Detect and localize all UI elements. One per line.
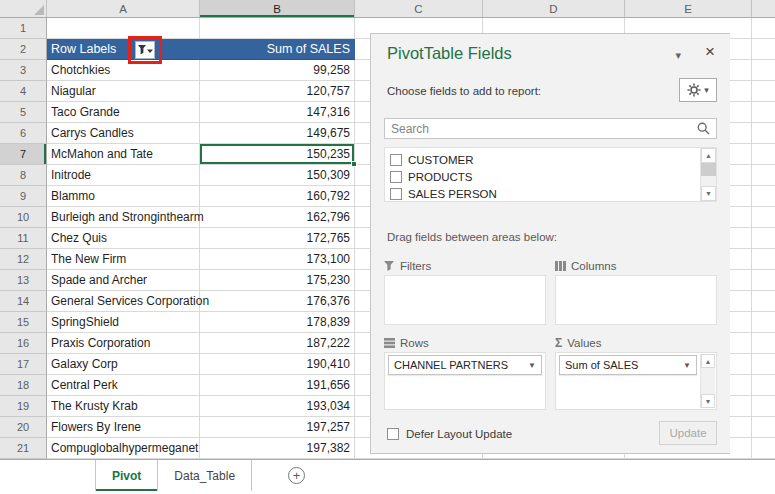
cell-F21[interactable]: [752, 438, 775, 459]
cell-A13[interactable]: Spade and Archer: [47, 270, 200, 291]
cell-F19[interactable]: [752, 396, 775, 417]
cell-A8[interactable]: Initrode: [47, 165, 200, 186]
row-header-17[interactable]: 17: [0, 354, 47, 375]
cell-B21[interactable]: 197,382: [200, 438, 355, 459]
rows-dropzone[interactable]: CHANNEL PARTNERS ▼: [384, 352, 546, 410]
cell-A12[interactable]: The New Firm: [47, 249, 200, 270]
values-scrollbar[interactable]: ▲ ▼: [700, 354, 715, 408]
cell-B4[interactable]: 120,757: [200, 81, 355, 102]
cell-B1[interactable]: [200, 18, 355, 39]
values-dropzone[interactable]: Sum of SALES ▼ ▲ ▼: [555, 352, 717, 410]
row-header-21[interactable]: 21: [0, 438, 47, 459]
cell-F10[interactable]: [752, 207, 775, 228]
fill-handle[interactable]: [351, 161, 357, 167]
search-input[interactable]: [385, 122, 697, 136]
col-header-E[interactable]: E: [625, 0, 752, 17]
cell-B19[interactable]: 193,034: [200, 396, 355, 417]
cell-F7[interactable]: [752, 144, 775, 165]
field-item-sales-person[interactable]: SALES PERSON: [390, 185, 696, 202]
add-sheet-button[interactable]: +: [288, 460, 305, 491]
cell-A14[interactable]: General Services Corporation: [47, 291, 200, 312]
cell-F1[interactable]: [752, 18, 775, 39]
cell-B2[interactable]: Sum of SALES: [200, 39, 355, 60]
row-header-5[interactable]: 5: [0, 102, 47, 123]
select-all-corner[interactable]: [0, 0, 47, 17]
cell-F11[interactable]: [752, 228, 775, 249]
sheet-tab-pivot[interactable]: Pivot: [96, 460, 158, 491]
row-header-15[interactable]: 15: [0, 312, 47, 333]
cell-A7[interactable]: McMahon and Tate: [47, 144, 200, 165]
row-labels-filter-button[interactable]: [135, 41, 155, 59]
cell-F4[interactable]: [752, 81, 775, 102]
cell-B7[interactable]: 150,235: [200, 144, 355, 165]
row-header-8[interactable]: 8: [0, 165, 47, 186]
cell-A9[interactable]: Blammo: [47, 186, 200, 207]
row-header-6[interactable]: 6: [0, 123, 47, 144]
cell-F14[interactable]: [752, 291, 775, 312]
cell-A2[interactable]: Row Labels: [47, 39, 200, 60]
cell-F13[interactable]: [752, 270, 775, 291]
field-item-customer[interactable]: CUSTOMER: [390, 151, 696, 168]
rows-field-pill[interactable]: CHANNEL PARTNERS ▼: [388, 355, 542, 375]
row-header-12[interactable]: 12: [0, 249, 47, 270]
checkbox-sales-person[interactable]: [390, 188, 402, 200]
row-header-10[interactable]: 10: [0, 207, 47, 228]
cell-B8[interactable]: 150,309: [200, 165, 355, 186]
row-header-20[interactable]: 20: [0, 417, 47, 438]
cell-B9[interactable]: 160,792: [200, 186, 355, 207]
cell-B3[interactable]: 99,258: [200, 60, 355, 81]
cell-F9[interactable]: [752, 186, 775, 207]
cell-B13[interactable]: 175,230: [200, 270, 355, 291]
cell-A11[interactable]: Chez Quis: [47, 228, 200, 249]
cell-A10[interactable]: Burleigh and Stronginthearm: [47, 207, 200, 228]
cell-A21[interactable]: Compuglobalhypermeganet: [47, 438, 200, 459]
scroll-down-icon[interactable]: ▼: [701, 394, 715, 408]
cell-F6[interactable]: [752, 123, 775, 144]
row-header-18[interactable]: 18: [0, 375, 47, 396]
update-button[interactable]: Update: [659, 421, 717, 445]
cell-F2[interactable]: [752, 39, 775, 60]
pane-options-chevron-icon[interactable]: ▾: [675, 49, 681, 62]
cell-B12[interactable]: 173,100: [200, 249, 355, 270]
row-header-1[interactable]: 1: [0, 18, 47, 39]
col-header-D[interactable]: D: [483, 0, 625, 17]
cell-A4[interactable]: Niagular: [47, 81, 200, 102]
sheet-tab-data-table[interactable]: Data_Table: [158, 460, 252, 491]
cell-A3[interactable]: Chotchkies: [47, 60, 200, 81]
cell-B6[interactable]: 149,675: [200, 123, 355, 144]
columns-dropzone[interactable]: [555, 275, 717, 325]
scrollbar-thumb[interactable]: [701, 163, 716, 176]
cell-F15[interactable]: [752, 312, 775, 333]
cell-F18[interactable]: [752, 375, 775, 396]
cell-A19[interactable]: The Krusty Krab: [47, 396, 200, 417]
scroll-up-icon[interactable]: ▲: [701, 354, 715, 368]
tools-button[interactable]: ▾: [679, 78, 717, 102]
field-item-products[interactable]: PRODUCTS: [390, 168, 696, 185]
col-header-C[interactable]: C: [355, 0, 483, 17]
row-header-19[interactable]: 19: [0, 396, 47, 417]
cell-F12[interactable]: [752, 249, 775, 270]
row-header-2[interactable]: 2: [0, 39, 47, 60]
cell-A5[interactable]: Taco Grande: [47, 102, 200, 123]
pane-close-icon[interactable]: ×: [705, 43, 715, 60]
scroll-up-icon[interactable]: ▲: [701, 148, 716, 163]
checkbox-customer[interactable]: [390, 154, 402, 166]
values-field-pill[interactable]: Sum of SALES ▼: [559, 355, 697, 375]
cell-B14[interactable]: 176,376: [200, 291, 355, 312]
row-header-16[interactable]: 16: [0, 333, 47, 354]
cell-F3[interactable]: [752, 60, 775, 81]
checkbox-products[interactable]: [390, 171, 402, 183]
cell-B11[interactable]: 172,765: [200, 228, 355, 249]
filters-dropzone[interactable]: [384, 275, 546, 325]
cell-A6[interactable]: Carrys Candles: [47, 123, 200, 144]
defer-layout-checkbox[interactable]: [387, 428, 399, 440]
col-header-A[interactable]: A: [47, 0, 200, 17]
cell-B17[interactable]: 190,410: [200, 354, 355, 375]
cell-A1[interactable]: [47, 18, 200, 39]
scroll-down-icon[interactable]: ▼: [701, 186, 716, 201]
cell-B10[interactable]: 162,796: [200, 207, 355, 228]
row-header-9[interactable]: 9: [0, 186, 47, 207]
cell-B18[interactable]: 191,656: [200, 375, 355, 396]
row-header-13[interactable]: 13: [0, 270, 47, 291]
row-header-14[interactable]: 14: [0, 291, 47, 312]
